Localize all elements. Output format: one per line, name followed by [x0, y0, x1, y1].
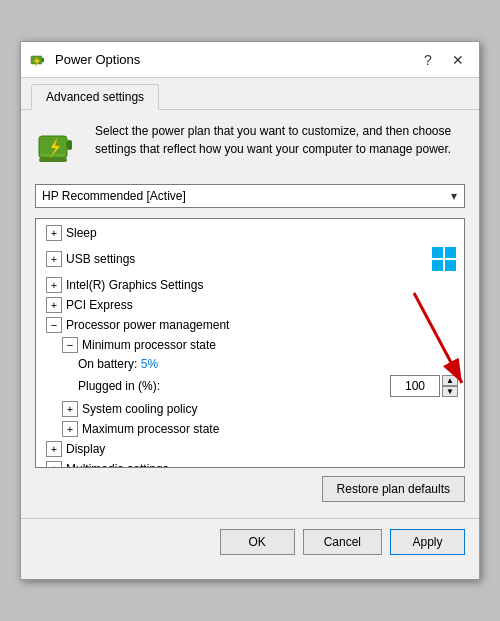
- svg-rect-7: [41, 154, 65, 156]
- svg-rect-10: [432, 260, 443, 271]
- tree-label-sleep: Sleep: [66, 226, 458, 240]
- tree-item-multimedia[interactable]: + Multimedia settings: [36, 459, 464, 468]
- expander-multimedia[interactable]: +: [46, 461, 62, 468]
- tree-item-proc[interactable]: − Processor power management: [36, 315, 464, 335]
- dialog-content: Select the power plan that you want to c…: [21, 110, 479, 579]
- apply-button[interactable]: Apply: [390, 529, 465, 555]
- tree-item-intel[interactable]: + Intel(R) Graphics Settings: [36, 275, 464, 295]
- tree-item-display[interactable]: + Display: [36, 439, 464, 459]
- expander-display[interactable]: +: [46, 441, 62, 457]
- tree-item-min[interactable]: − Minimum processor state: [36, 335, 464, 355]
- tree-label-pci: PCI Express: [66, 298, 458, 312]
- windows-icon: [430, 245, 458, 273]
- svg-rect-11: [445, 260, 456, 271]
- tree-label-battery: On battery: 5%: [78, 357, 458, 371]
- window-title: Power Options: [55, 52, 415, 67]
- settings-panel[interactable]: + Sleep + USB settings + Intel(R) Graphi…: [35, 218, 465, 468]
- tree-label-min: Minimum processor state: [82, 338, 458, 352]
- battery-value: 5%: [141, 357, 158, 371]
- power-options-icon: [29, 50, 49, 70]
- tree-label-display: Display: [66, 442, 458, 456]
- plan-dropdown-wrapper: HP Recommended [Active]BalancedHigh perf…: [35, 184, 465, 208]
- plugged-value-input[interactable]: [390, 375, 440, 397]
- tree-label-plugged: Plugged in (%):: [78, 379, 390, 393]
- tree-label-maxproc: Maximum processor state: [82, 422, 458, 436]
- spinner-up-button[interactable]: ▲: [442, 375, 458, 386]
- cancel-button[interactable]: Cancel: [303, 529, 382, 555]
- tree-item-usb[interactable]: + USB settings: [36, 243, 464, 275]
- tab-bar: Advanced settings: [21, 78, 479, 110]
- restore-defaults-button[interactable]: Restore plan defaults: [322, 476, 465, 502]
- spinner-down-button[interactable]: ▼: [442, 386, 458, 397]
- tree-item-battery[interactable]: On battery: 5%: [36, 355, 464, 373]
- expander-maxproc[interactable]: +: [62, 421, 78, 437]
- tree-label-cooling: System cooling policy: [82, 402, 458, 416]
- expander-min[interactable]: −: [62, 337, 78, 353]
- power-options-dialog: Power Options ? ✕ Advanced settings: [20, 41, 480, 580]
- ok-button[interactable]: OK: [220, 529, 295, 555]
- expander-usb[interactable]: +: [46, 251, 62, 267]
- spinner-row: ▲ ▼: [390, 375, 458, 397]
- footer-buttons: OK Cancel Apply: [35, 529, 465, 567]
- expander-cooling[interactable]: +: [62, 401, 78, 417]
- svg-rect-9: [445, 247, 456, 258]
- tree-label-intel: Intel(R) Graphics Settings: [66, 278, 458, 292]
- description-text: Select the power plan that you want to c…: [95, 122, 465, 158]
- tree-item-cooling[interactable]: + System cooling policy: [36, 399, 464, 419]
- plan-dropdown[interactable]: HP Recommended [Active]BalancedHigh perf…: [35, 184, 465, 208]
- help-button[interactable]: ?: [415, 49, 441, 71]
- expander-intel[interactable]: +: [46, 277, 62, 293]
- svg-rect-5: [39, 158, 67, 162]
- title-bar: Power Options ? ✕: [21, 42, 479, 78]
- description-row: Select the power plan that you want to c…: [35, 122, 465, 170]
- tree-label-proc: Processor power management: [66, 318, 458, 332]
- tree-item-maxproc[interactable]: + Maximum processor state: [36, 419, 464, 439]
- restore-row: Restore plan defaults: [35, 468, 465, 510]
- expander-sleep[interactable]: +: [46, 225, 62, 241]
- tree-label-multimedia: Multimedia settings: [66, 462, 458, 468]
- title-bar-controls: ? ✕: [415, 49, 471, 71]
- plan-dropdown-row: HP Recommended [Active]BalancedHigh perf…: [35, 184, 465, 208]
- tree-label-usb: USB settings: [66, 252, 424, 266]
- spinner-buttons: ▲ ▼: [442, 375, 458, 397]
- tab-advanced-settings[interactable]: Advanced settings: [31, 84, 159, 110]
- close-button[interactable]: ✕: [445, 49, 471, 71]
- large-power-icon: [35, 122, 83, 170]
- tree-item-plugged[interactable]: Plugged in (%): ▲ ▼: [36, 373, 464, 399]
- svg-rect-1: [42, 58, 44, 62]
- tree-item-sleep[interactable]: + Sleep: [36, 223, 464, 243]
- svg-rect-8: [432, 247, 443, 258]
- expander-proc[interactable]: −: [46, 317, 62, 333]
- footer-divider: [21, 518, 479, 519]
- svg-rect-4: [67, 140, 72, 150]
- tree-item-pci[interactable]: + PCI Express: [36, 295, 464, 315]
- expander-pci[interactable]: +: [46, 297, 62, 313]
